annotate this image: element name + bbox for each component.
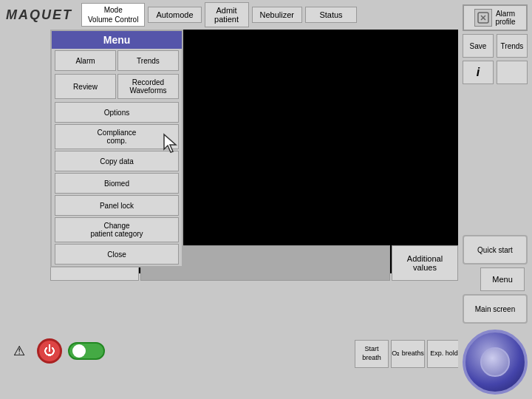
change-patient-category-menu-item[interactable]: Changepatient category [55, 217, 179, 242]
toggle-button[interactable] [68, 342, 105, 360]
knob-inner [480, 347, 510, 377]
menu-overlay: Menu Alarm Trends Review RecordedWavefor… [50, 30, 183, 267]
menu-button-right[interactable]: Menu [480, 267, 525, 291]
status-box: Status [305, 7, 357, 23]
panel-lock-menu-item[interactable]: Panel lock [55, 195, 179, 216]
nebulizer-button[interactable]: Nebulizer [252, 7, 302, 23]
power-button[interactable]: ⏻ [37, 338, 62, 364]
toggle-circle [72, 344, 86, 358]
menu-row-2: Review RecordedWaveforms [52, 72, 182, 100]
automode-button[interactable]: Automode [148, 7, 201, 23]
menu-btn-row: Menu [463, 267, 528, 291]
left-bottom-controls: ⚠ ⏻ [7, 338, 105, 364]
save-button[interactable]: Save [463, 34, 494, 58]
alarm-icon [474, 9, 492, 27]
alarm-menu-item[interactable]: Alarm [55, 50, 116, 71]
review-menu-item[interactable]: Review [55, 74, 116, 99]
trends-menu-item[interactable]: Trends [117, 50, 179, 71]
info-row: i [463, 61, 528, 84]
menu-title: Menu [52, 31, 182, 49]
alarm-profile-button[interactable]: Alarmprofile [463, 4, 528, 31]
mode-label: ModeVolume Control [88, 6, 138, 24]
recorded-waveforms-menu-item[interactable]: RecordedWaveforms [117, 74, 179, 99]
mode-box: ModeVolume Control [81, 3, 145, 27]
trends-button[interactable]: Trends [497, 34, 528, 58]
start-breath-button[interactable]: Start breath [355, 340, 389, 368]
right-panel: Alarmprofile Save Trends i Quick start M… [458, 0, 532, 399]
admit-patient-button[interactable]: Admitpatient [205, 2, 249, 27]
quick-start-button[interactable]: Quick start [463, 235, 528, 265]
control-knob[interactable] [463, 330, 528, 395]
main-screen-button[interactable]: Main screen [463, 294, 528, 324]
compliance-comp-menu-item[interactable]: Compliancecomp. [55, 124, 179, 149]
exp-hold-button[interactable]: Exp. hold [427, 340, 461, 368]
options-menu-item[interactable]: Options [55, 102, 179, 123]
copy-data-menu-item[interactable]: Copy data [55, 151, 179, 171]
save-trends-row: Save Trends [463, 34, 528, 58]
additional-values-button[interactable]: Additional values [392, 245, 458, 281]
menu-row-1: Alarm Trends [52, 49, 182, 72]
blank-button [497, 61, 528, 84]
o2-breaths-button[interactable]: O₂ breaths [391, 340, 425, 368]
logo: MAQUET [6, 7, 72, 23]
info-button[interactable]: i [463, 61, 494, 84]
alarm-profile-label: Alarmprofile [495, 10, 515, 26]
top-bar: MAQUET ModeVolume Control Automode Admit… [0, 0, 532, 30]
biomed-menu-item[interactable]: Biomed [55, 173, 179, 194]
warning-icon: ⚠ [7, 339, 31, 363]
close-menu-item[interactable]: Close [55, 244, 179, 265]
